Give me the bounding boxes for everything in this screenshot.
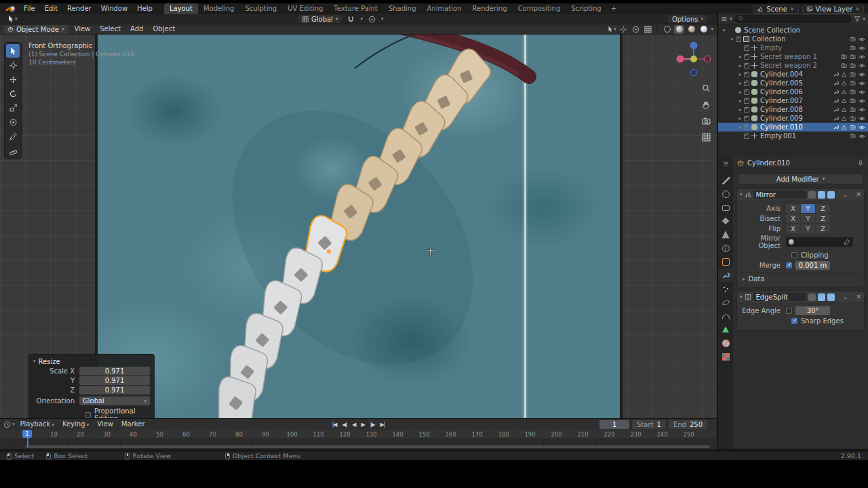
clipping-checkbox[interactable] bbox=[791, 252, 797, 258]
outliner-search-input[interactable] bbox=[734, 15, 852, 23]
proportional-editing-button[interactable] bbox=[367, 15, 377, 24]
selectability-dropdown[interactable]: ▾ bbox=[606, 25, 616, 34]
flip-x-button[interactable]: X bbox=[786, 224, 800, 233]
render-visibility-icon[interactable] bbox=[850, 45, 856, 51]
render-visibility-icon[interactable] bbox=[850, 89, 856, 95]
visibility-eye-icon[interactable] bbox=[859, 71, 865, 78]
tool-cursor[interactable] bbox=[6, 58, 20, 72]
transform-orientation-dropdown[interactable]: Global ▾ bbox=[298, 15, 342, 23]
visibility-eye-icon[interactable] bbox=[859, 36, 865, 43]
expand-icon[interactable]: ▸ bbox=[737, 89, 743, 95]
viewport-menu-item[interactable]: Select bbox=[95, 24, 125, 35]
workspace-tab[interactable]: Sculpting bbox=[239, 3, 282, 14]
scale-value-field[interactable]: 0.971 bbox=[79, 367, 150, 375]
render-display-toggle[interactable] bbox=[827, 191, 835, 199]
outliner-row[interactable]: ▾ Collection bbox=[718, 35, 868, 43]
menubar-item[interactable]: Edit bbox=[40, 3, 62, 14]
visibility-eye-icon[interactable] bbox=[859, 62, 865, 69]
workspace-tab[interactable]: + bbox=[607, 3, 620, 14]
expand-icon[interactable]: ▸ bbox=[737, 98, 743, 104]
transport-button[interactable]: ▶ bbox=[359, 421, 367, 428]
tab-output[interactable] bbox=[718, 201, 733, 214]
outliner-row[interactable]: ▸ Cylinder.006 bbox=[718, 87, 868, 96]
visibility-eye-icon[interactable] bbox=[859, 106, 865, 113]
workspace-tab[interactable]: Layout bbox=[164, 3, 198, 14]
snap-options-dropdown[interactable]: ▾ bbox=[360, 16, 363, 22]
menubar-item[interactable]: File bbox=[19, 3, 40, 14]
active-tool-button[interactable]: ▾ bbox=[5, 15, 19, 24]
timeline-editor-dropdown[interactable]: ▾ bbox=[12, 422, 15, 427]
mirror-object-field[interactable] bbox=[786, 237, 853, 247]
bisect-y-button[interactable]: Y bbox=[801, 214, 815, 223]
tool-transform[interactable] bbox=[6, 115, 20, 129]
render-visibility-icon[interactable] bbox=[850, 115, 856, 121]
render-visibility-icon[interactable] bbox=[850, 54, 856, 60]
scene-selector[interactable]: Scene ✕ bbox=[753, 5, 798, 14]
add-modifier-button[interactable]: Add Modifier ▾ bbox=[738, 174, 863, 184]
workspace-tab[interactable]: UV Editing bbox=[282, 3, 328, 14]
menubar-item[interactable]: Help bbox=[132, 3, 157, 14]
filter-dropdown[interactable]: ▾ bbox=[863, 16, 865, 22]
edgesplit-modifier-header[interactable]: ▾ EdgeSplit ⌄ ✕ bbox=[737, 291, 864, 302]
checkbox-icon[interactable] bbox=[744, 45, 749, 51]
transport-button[interactable]: ◀| bbox=[340, 421, 349, 428]
axis-x-button[interactable]: X bbox=[786, 204, 800, 213]
expand-icon[interactable]: ▾ bbox=[729, 37, 735, 42]
tab-physics[interactable] bbox=[718, 296, 733, 309]
timeline-menu-item[interactable]: Marker bbox=[117, 419, 149, 430]
expand-icon[interactable]: ▸ bbox=[737, 54, 743, 60]
visibility-eye-icon[interactable] bbox=[859, 133, 865, 140]
sharp-edges-checkbox[interactable] bbox=[791, 318, 797, 324]
checkbox-icon[interactable] bbox=[744, 98, 749, 104]
timeline-menu-item[interactable]: Playback bbox=[16, 419, 58, 430]
outliner-editor-icon[interactable] bbox=[721, 16, 728, 22]
camera-view-button[interactable] bbox=[701, 116, 711, 126]
visibility-eye-icon[interactable] bbox=[859, 80, 865, 87]
visibility-eye-icon[interactable] bbox=[859, 124, 865, 131]
pan-button[interactable] bbox=[701, 100, 711, 110]
menubar-item[interactable]: Window bbox=[96, 3, 132, 14]
editmode-display-toggle[interactable] bbox=[808, 191, 816, 199]
tool-annotate[interactable] bbox=[6, 129, 20, 143]
transport-button[interactable]: ◀ bbox=[350, 421, 357, 428]
remove-modifier-button[interactable]: ✕ bbox=[856, 191, 861, 198]
bisect-x-button[interactable]: X bbox=[786, 214, 800, 223]
pin-icon[interactable] bbox=[857, 160, 864, 167]
render-visibility-icon[interactable] bbox=[850, 133, 856, 139]
checkbox-icon[interactable] bbox=[744, 116, 749, 121]
workspace-tab[interactable]: Compositing bbox=[513, 3, 566, 14]
viewport-menu-item[interactable]: Add bbox=[125, 24, 148, 35]
workspace-tab[interactable]: Rendering bbox=[467, 3, 512, 14]
realtime-display-toggle[interactable] bbox=[818, 293, 825, 301]
expand-icon[interactable]: ▸ bbox=[737, 116, 743, 121]
workspace-tab[interactable]: Modeling bbox=[198, 3, 240, 14]
tool-measure[interactable] bbox=[6, 144, 20, 157]
modifier-name-field[interactable]: EdgeSplit bbox=[753, 293, 806, 301]
menubar-item[interactable]: Render bbox=[62, 3, 96, 14]
remove-modifier-button[interactable]: ✕ bbox=[856, 293, 861, 300]
checkbox-icon[interactable] bbox=[744, 89, 749, 95]
checkbox-icon[interactable] bbox=[744, 107, 749, 113]
mode-dropdown[interactable]: Object Mode ▾ bbox=[3, 25, 68, 34]
start-frame-field[interactable]: Start 1 bbox=[632, 420, 666, 429]
shading-rendered-button[interactable] bbox=[698, 25, 709, 34]
workspace-tab[interactable]: Texture Paint bbox=[328, 3, 383, 14]
tab-render[interactable] bbox=[718, 187, 733, 201]
expand-icon[interactable]: ▸ bbox=[737, 107, 743, 113]
tab-world[interactable] bbox=[718, 241, 733, 255]
edge-angle-checkbox[interactable] bbox=[786, 308, 792, 314]
expand-icon[interactable]: ▸ bbox=[737, 72, 743, 77]
properties-editor-type[interactable] bbox=[718, 157, 733, 169]
modifier-extras-menu[interactable]: ⌄ bbox=[843, 293, 848, 300]
end-frame-field[interactable]: End 250 bbox=[669, 420, 707, 429]
outliner-row[interactable]: ▸ Cylinder.004 bbox=[718, 70, 868, 79]
eyedropper-icon[interactable] bbox=[844, 239, 850, 245]
checkbox-icon[interactable] bbox=[736, 37, 741, 42]
timeline-menu-item[interactable]: Keying bbox=[58, 419, 93, 430]
expand-icon[interactable]: ▸ bbox=[737, 63, 743, 68]
render-visibility-icon[interactable] bbox=[850, 124, 856, 130]
scale-value-field[interactable]: 0.971 bbox=[79, 386, 150, 394]
flip-z-button[interactable]: Z bbox=[816, 224, 830, 233]
tool-move[interactable] bbox=[6, 73, 20, 86]
timeline-editor-icon[interactable] bbox=[3, 421, 11, 428]
